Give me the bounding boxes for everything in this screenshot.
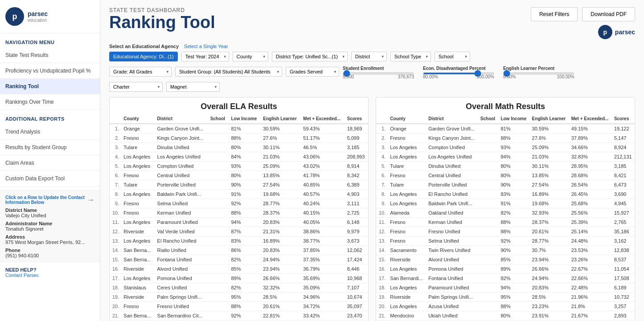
table-row[interactable]: 3. Tulare Dinuba Unified 80% 30.11% 46.5… (110, 143, 368, 152)
district-cell: Los Angeles Unified (155, 152, 208, 162)
table-row[interactable]: 1. Orange Garden Grove Unifi... 81% 30.5… (110, 124, 368, 134)
table-row[interactable]: 14. San Berna... Rialto Unified 86% 20.8… (110, 246, 368, 255)
table-row[interactable]: 7. Tulare Porterville Unified 90% 27.54%… (110, 180, 368, 190)
table-row[interactable]: 4. Los Angeles Los Angeles Unified 84% 2… (376, 152, 635, 162)
logo-name: parsec (28, 10, 48, 18)
table-row[interactable]: 14. Sacramento Twin Rivers Unified 90% 3… (376, 246, 635, 255)
test-year-dropdown[interactable]: Test Year: 2024 (181, 52, 229, 61)
sidebar-item-rankings-over-time[interactable]: Rankings Over Time (0, 94, 100, 110)
table-row[interactable]: 6. Fresno Central Unified 80% 13.85% 41.… (110, 171, 368, 180)
ela-col-el: English Learner (260, 114, 300, 124)
low-income-cell: 80% (498, 162, 529, 171)
table-row[interactable]: 17. Los Angeles Pomona Unified 89% 26.66… (110, 274, 368, 283)
rank-cell: 6. (110, 171, 121, 180)
county-cell: Los Angeles (121, 274, 154, 283)
table-row[interactable]: 18. Los Angeles Paramount Unified 94% 20… (376, 283, 635, 293)
table-row[interactable]: 15. Riverside Alvord Unified 85% 23.94% … (376, 255, 635, 264)
sidebar-item-ranking[interactable]: Ranking Tool (0, 79, 100, 94)
table-row[interactable]: 15. San Berna... Fontana Unified 82% 24.… (110, 255, 368, 264)
sidebar-item-student-group[interactable]: Results by Student Group (0, 140, 100, 155)
student-group-select[interactable]: Student Group: (All Students) All Studen… (175, 67, 282, 77)
magnet-dropdown[interactable]: Magnet (166, 82, 220, 92)
rank-cell: 9. (376, 199, 387, 208)
table-row[interactable]: 13. Los Angeles El Rancho Unified 83% 16… (110, 236, 368, 246)
charter-select[interactable]: Charter (109, 82, 163, 92)
table-row[interactable]: 19. Riverside Palm Springs Unifi... 95% … (110, 293, 368, 302)
grade-select[interactable]: Grade: All Grades (109, 67, 172, 77)
school-type-dropdown[interactable]: School Type (390, 52, 431, 61)
grades-served-select[interactable]: Grades Served (286, 67, 339, 77)
table-row[interactable]: 9. Fresno Selma Unified 92% 28.77% 40.24… (110, 199, 368, 208)
sidebar-item-custom-export[interactable]: Custom Data Export Tool (0, 171, 100, 187)
download-pdf-button[interactable]: Download PDF (582, 7, 635, 21)
agency-button[interactable]: Educational Agency: Di...(1) (109, 52, 178, 61)
table-row[interactable]: 11. Los Angeles Paramount Unified 94% 20… (110, 218, 368, 227)
county-cell: Los Angeles (387, 302, 426, 311)
school-cell (208, 246, 229, 255)
rank-cell: 14. (376, 246, 387, 255)
county-cell: Fresno (387, 236, 426, 246)
school-dropdown[interactable]: School (435, 52, 470, 61)
reset-filters-button[interactable]: Reset Filters (531, 7, 578, 21)
table-row[interactable]: 10. Alameda Oakland Unified 82% 32.93% 2… (376, 208, 635, 218)
math-col-met: Met + Exceeded... (569, 114, 611, 124)
district-select[interactable]: District (351, 52, 387, 61)
table-row[interactable]: 11. Fresno Kerman Unified 88% 28.37% 25.… (376, 218, 635, 227)
table-row[interactable]: 12. Fresno Fresno Unified 88% 20.61% 25.… (376, 227, 635, 236)
page-header: STATE TEST DASHBOARD Ranking Tool Reset … (109, 7, 635, 39)
school-select[interactable]: School (435, 52, 470, 61)
grades-served-dropdown[interactable]: Grades Served (286, 67, 339, 77)
school-type-select[interactable]: School Type (390, 52, 431, 61)
district-type-select[interactable]: District Type: Unified Sc...(1) (272, 52, 348, 61)
table-row[interactable]: 8. Los Angeles Baldwin Park Unifi... 91%… (110, 190, 368, 199)
table-row[interactable]: 16. Riverside Alvord Unified 85% 23.94% … (110, 264, 368, 274)
table-row[interactable]: 12. Riverside Val Verde Unified 87% 21.3… (110, 227, 368, 236)
table-row[interactable]: 21. Mendocino Ukiah Unified 80% 23.91% 2… (376, 311, 635, 321)
table-row[interactable]: 20. Los Angeles Azusa Unified 88% 23.23%… (376, 302, 635, 311)
magnet-select[interactable]: Magnet (166, 82, 220, 92)
table-row[interactable]: 17. San Bernardi... Fontana Unified 82% … (376, 274, 635, 283)
test-year-select[interactable]: Test Year: 2024 (181, 52, 229, 61)
table-row[interactable]: 21. San Berna... San Bernardino Cit... 9… (110, 311, 368, 321)
table-row[interactable]: 20. Fresno Fresno Unified 88% 20.61% 34.… (110, 302, 368, 311)
table-row[interactable]: 16. Los Angeles Pomona Unified 89% 26.66… (376, 264, 635, 274)
charter-dropdown[interactable]: Charter (109, 82, 163, 92)
district-type-dropdown[interactable]: District Type: Unified Sc...(1) (272, 52, 348, 61)
select-agency-label: Select an Educational Agency (109, 44, 179, 49)
el-cell: 19.68% (260, 190, 300, 199)
district-dropdown[interactable]: District (351, 52, 387, 61)
scores-cell: 35,097 (345, 302, 368, 311)
contact-parsec-link[interactable]: Contact Parsec (5, 272, 94, 278)
table-row[interactable]: 19. Riverside Palm Springs Unifi... 95% … (376, 293, 635, 302)
sidebar-item-trend[interactable]: Trend Analysis (0, 124, 100, 140)
low-income-cell: 95% (498, 293, 529, 302)
table-row[interactable]: 5. Tulare Dinuba Unified 80% 30.11% 28.9… (376, 162, 635, 171)
table-row[interactable]: 13. Fresno Selma Unified 92% 28.77% 24.4… (376, 236, 635, 246)
sidebar-item-claim[interactable]: Claim Areas (0, 155, 100, 171)
sidebar-item-proficiency[interactable]: Proficiency vs Unduplicated Pupil % (0, 63, 100, 79)
county-dropdown[interactable]: County (233, 52, 268, 61)
county-select[interactable]: County (233, 52, 268, 61)
table-row[interactable]: 4. Los Angeles Los Angeles Unified 84% 2… (110, 152, 368, 162)
table-row[interactable]: 2. Fresno Kings Canyon Joint... 88% 27.6… (110, 134, 368, 143)
rank-cell: 5. (376, 162, 387, 171)
grade-dropdown[interactable]: Grade: All Grades (109, 67, 172, 77)
table-row[interactable]: 8. Los Angeles El Rancho Unified 83% 16.… (376, 190, 635, 199)
met-cell: 26.54% (569, 180, 611, 190)
table-row[interactable]: 6. Fresno Central Unified 80% 13.85% 28.… (376, 171, 635, 180)
table-row[interactable]: 3. Los Angeles Compton Unified 93% 25.09… (376, 143, 635, 152)
student-group-dropdown[interactable]: Student Group: (All Students) All Studen… (175, 67, 282, 77)
table-row[interactable]: 9. Los Angeles Baldwin Park Unifi... 91%… (376, 199, 635, 208)
table-row[interactable]: 1. Orange Garden Grove Unifi... 81% 30.5… (376, 124, 635, 134)
parsec-logo-icon: p (598, 25, 612, 39)
sidebar-item-state-test[interactable]: State Test Results (0, 48, 100, 63)
table-row[interactable]: 10. Fresno Kerman Unified 88% 28.37% 40.… (110, 208, 368, 218)
table-row[interactable]: 18. Stanislaus Ceres Unified 82% 32.32% … (110, 283, 368, 293)
contact-info-link[interactable]: Click on a Row to Update the Contact Inf… (5, 195, 86, 205)
county-cell: Alameda (387, 208, 426, 218)
table-row[interactable]: 2. Fresno Kings Canyon Joint... 88% 27.6… (376, 134, 635, 143)
table-row[interactable]: 7. Tulare Porterville Unified 90% 27.54%… (376, 180, 635, 190)
table-row[interactable]: 5. Los Angeles Compton Unified 93% 25.09… (110, 162, 368, 171)
county-cell: Tulare (121, 143, 154, 152)
district-cell: Ceres Unified (155, 283, 208, 293)
